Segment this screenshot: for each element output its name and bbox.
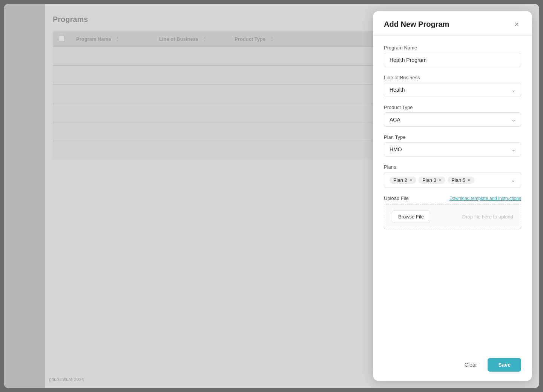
modal-header: Add New Program × [373, 11, 532, 36]
line-of-business-select[interactable]: Health Dental Vision Life [384, 83, 521, 97]
upload-file-section: Upload File Download template and instru… [384, 195, 521, 229]
plan-tag-plan3: Plan 3 × [419, 177, 445, 184]
drop-text: Drop file here to upload [436, 214, 513, 220]
line-of-business-label: Line of Business [384, 75, 521, 80]
plans-chevron-icon: ⌄ [511, 177, 515, 183]
col-program-name: Program Name ⋮ [76, 36, 152, 42]
header-checkbox [59, 36, 65, 42]
modal-footer: Clear Save [373, 352, 532, 381]
plans-label: Plans [384, 164, 521, 170]
plan-tag-label: Plan 5 [451, 177, 465, 183]
plan-tag-label: Plan 2 [393, 177, 407, 183]
remove-plan2-button[interactable]: × [409, 177, 413, 183]
upload-header: Upload File Download template and instru… [384, 195, 521, 201]
line-of-business-wrapper: Health Dental Vision Life ⌄ [384, 83, 521, 97]
program-name-label: Program Name [384, 45, 521, 51]
col-menu-icon: ⋮ [115, 36, 120, 42]
upload-dropzone[interactable]: Browse File Drop file here to upload [384, 204, 521, 229]
remove-plan5-button[interactable]: × [467, 177, 471, 183]
screen-frame: Programs Program Name ⋮ Line of Business… [4, 4, 539, 388]
plan-tag-plan5: Plan 5 × [448, 177, 474, 184]
modal-body: Program Name Line of Business Health Den… [373, 36, 532, 352]
clear-button[interactable]: Clear [460, 359, 482, 371]
col-line-of-business: Line of Business ⋮ [159, 36, 227, 42]
modal-close-button[interactable]: × [512, 20, 521, 29]
download-template-link[interactable]: Download template and instructions [449, 196, 521, 201]
product-type-wrapper: ACA SHOP Medicare Medicaid ⌄ [384, 112, 521, 127]
product-type-label: Product Type [384, 105, 521, 110]
upload-file-label: Upload File [384, 195, 409, 201]
plans-field[interactable]: Plan 2 × Plan 3 × Plan 5 × ⌄ [384, 172, 521, 188]
col-menu-icon-2: ⋮ [202, 36, 207, 42]
col-menu-icon-3: ⋮ [269, 36, 275, 42]
line-of-business-group: Line of Business Health Dental Vision Li… [384, 75, 521, 97]
plan-type-group: Plan Type HMO PPO EPO POS ⌄ [384, 134, 521, 157]
program-name-group: Program Name [384, 45, 521, 67]
remove-plan3-button[interactable]: × [438, 177, 442, 183]
product-type-group: Product Type ACA SHOP Medicare Medicaid … [384, 105, 521, 127]
col-product-type: Product Type ⋮ [235, 36, 275, 42]
sidebar [4, 4, 45, 388]
save-button[interactable]: Save [488, 358, 521, 372]
add-new-program-modal: Add New Program × Program Name Line of B… [373, 11, 532, 381]
plan-type-label: Plan Type [384, 134, 521, 140]
plan-tag-label: Plan 3 [422, 177, 436, 183]
browse-file-button[interactable]: Browse File [392, 211, 430, 223]
program-name-input[interactable] [384, 53, 521, 67]
modal-title: Add New Program [384, 20, 449, 29]
footer-text: ghub.insure 2024 [49, 377, 84, 382]
plan-tag-plan2: Plan 2 × [390, 177, 416, 184]
plans-group: Plans Plan 2 × Plan 3 × Plan 5 × ⌄ [384, 164, 521, 188]
product-type-select[interactable]: ACA SHOP Medicare Medicaid [384, 112, 521, 127]
sidebar-label [4, 4, 45, 16]
plan-type-select[interactable]: HMO PPO EPO POS [384, 142, 521, 157]
plan-type-wrapper: HMO PPO EPO POS ⌄ [384, 142, 521, 157]
